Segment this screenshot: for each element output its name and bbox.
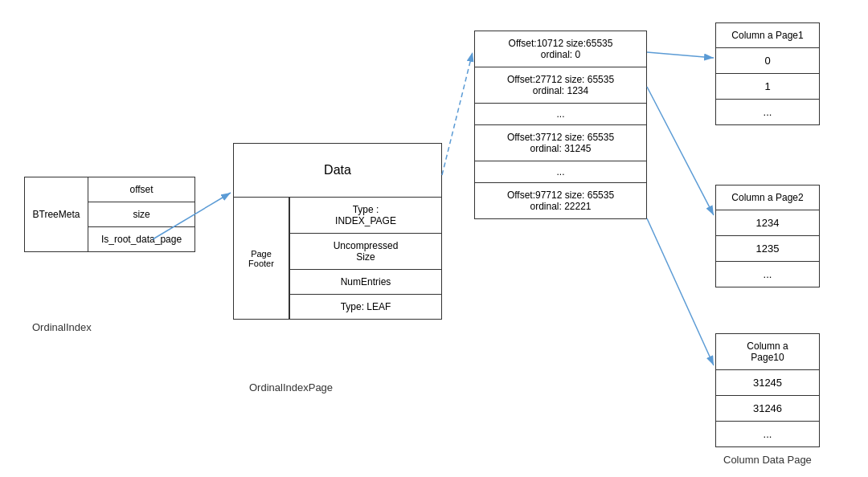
index-entry-0: Offset:10712 size:65535ordinal: 0	[474, 31, 647, 67]
footer-label: PageFooter	[233, 198, 289, 320]
col-page-1-cell-1: 1	[715, 74, 820, 100]
index-entry-1: Offset:27712 size: 65535ordinal: 1234	[474, 67, 647, 104]
col-page-3-cell-dots: ...	[715, 422, 820, 447]
col-page-1-box: Column a Page1 0 1 ...	[715, 22, 820, 125]
btree-meta-fields: offset size Is_root_data_page	[88, 177, 195, 252]
ordinal-index-page-box: Data PageFooter Type :INDEX_PAGE Uncompr…	[233, 143, 442, 320]
index-entry-3: Offset:97712 size: 65535ordinal: 22221	[474, 182, 647, 219]
index-entries-list: Offset:10712 size:65535ordinal: 0 Offset…	[474, 31, 647, 218]
col-page-2-header: Column a Page2	[715, 185, 820, 210]
col-page-3-cell-1: 31246	[715, 396, 820, 422]
svg-line-2	[442, 52, 473, 175]
btree-meta-box: BTreeMeta offset size Is_root_data_page	[24, 177, 195, 252]
col-page-1-cell-0: 0	[715, 48, 820, 74]
svg-line-5	[647, 218, 714, 365]
btree-field-size: size	[88, 202, 194, 227]
ordinal-index-page-label: OrdinalIndexPage	[249, 381, 333, 393]
col-page-3-cell-0: 31245	[715, 370, 820, 396]
col-page-2-cell-dots: ...	[715, 262, 820, 287]
footer-fields: Type :INDEX_PAGE UncompressedSize NumEnt…	[289, 198, 442, 320]
col-page-3-box: Column aPage10 31245 31246 ...	[715, 333, 820, 447]
ordinal-page-footer-row: PageFooter Type :INDEX_PAGE Uncompressed…	[233, 198, 442, 320]
col-page-2-cell-0: 1234	[715, 210, 820, 236]
col-page-2-cell-1: 1235	[715, 236, 820, 262]
index-entry-dots-1: ...	[474, 103, 647, 125]
svg-line-3	[647, 52, 714, 58]
col-page-1-header: Column a Page1	[715, 22, 820, 48]
index-entry-2: Offset:37712 size: 65535ordinal: 31245	[474, 124, 647, 161]
btree-meta-label: BTreeMeta	[24, 177, 88, 252]
footer-uncompressed-size: UncompressedSize	[289, 234, 441, 270]
footer-type-leaf: Type: LEAF	[289, 295, 441, 319]
ordinal-index-label: OrdinalIndex	[32, 321, 92, 333]
ordinal-page-data-section: Data	[233, 143, 442, 198]
footer-type-index: Type :INDEX_PAGE	[289, 198, 441, 234]
index-entry-dots-2: ...	[474, 161, 647, 183]
btree-field-offset: offset	[88, 177, 194, 202]
col-page-3-header: Column aPage10	[715, 333, 820, 370]
diagram: BTreeMeta offset size Is_root_data_page …	[0, 0, 868, 477]
footer-num-entries: NumEntries	[289, 270, 441, 295]
col-page-1-cell-dots: ...	[715, 100, 820, 125]
svg-line-4	[647, 87, 714, 215]
btree-field-root: Is_root_data_page	[88, 227, 194, 251]
col-page-2-box: Column a Page2 1234 1235 ...	[715, 185, 820, 287]
col-data-page-label: Column Data Page	[723, 454, 812, 466]
